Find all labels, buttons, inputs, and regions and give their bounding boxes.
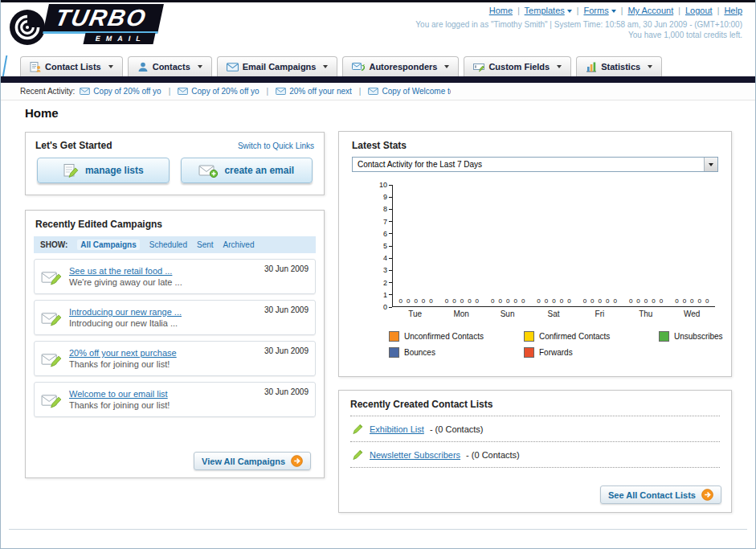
separator: |	[621, 6, 623, 15]
campaign-date: 30 Jun 2009	[264, 305, 309, 314]
contact-list-count: - (0 Contacts)	[430, 424, 484, 434]
recent-activity-item[interactable]: Copy of Welcome to	[368, 87, 451, 96]
bar-value-label: 0	[590, 297, 594, 305]
filter-sent[interactable]: Sent	[197, 240, 214, 249]
switch-quick-links-link[interactable]: Switch to Quick Links	[238, 141, 314, 150]
button-label: See All Contact Lists	[608, 490, 696, 500]
top-nav-templates[interactable]: Templates	[525, 6, 572, 15]
campaign-title-link[interactable]: See us at the retail food ...	[69, 266, 182, 276]
tab-email-campaigns[interactable]: Email Campaigns	[217, 56, 338, 76]
recent-activity-item[interactable]: Copy of 20% off yo	[178, 87, 259, 96]
get-started-buttons: manage lists create an email	[26, 151, 324, 190]
chart-plot-groups: 00000000000000000000000000000000000	[392, 185, 715, 307]
bar-value-label: 0	[476, 297, 479, 305]
button-label: create an email	[224, 165, 294, 176]
tab-label: Email Campaigns	[243, 62, 317, 72]
tab-statistics[interactable]: Statistics	[576, 56, 662, 76]
bar-value-label: 0	[491, 297, 494, 305]
contact-list-link[interactable]: Newsletter Subscribers	[370, 450, 460, 460]
campaign-item: See us at the retail food ... We're givi…	[34, 259, 316, 294]
y-tick-label: 8	[383, 206, 392, 212]
bar-value-label: 0	[513, 297, 517, 305]
x-axis-label: Thu	[623, 307, 668, 318]
bar-value-label: 0	[690, 297, 693, 305]
arrow-circle-icon	[701, 489, 713, 501]
campaign-item: 20% off your next purchase Thanks for jo…	[34, 341, 316, 376]
tab-autoresponders[interactable]: Autoresponders	[342, 56, 459, 76]
bar-value-label: 0	[644, 297, 648, 305]
app-window: TURBO EMAIL Home | Templates | Forms | M…	[0, 0, 756, 549]
contacts-icon	[137, 61, 149, 72]
show-label: SHOW:	[40, 240, 67, 249]
bar-group: 00000	[577, 185, 623, 306]
filter-scheduled[interactable]: Scheduled	[149, 240, 187, 249]
chevron-down-icon	[444, 65, 449, 68]
recent-activity-item[interactable]: Copy of 20% off yo	[80, 87, 161, 96]
tab-label: Autoresponders	[369, 62, 437, 72]
campaign-title-link[interactable]: 20% off your next purchase	[69, 348, 177, 358]
campaign-title-link[interactable]: Introducing our new range ...	[69, 307, 182, 317]
y-tick-label: 2	[383, 280, 392, 286]
separator: |	[267, 87, 269, 96]
separator: |	[717, 6, 720, 15]
legend-swatch	[389, 331, 399, 342]
legend-label: Unsubscribes	[674, 332, 723, 341]
contact-list-link[interactable]: Exhibition List	[370, 424, 424, 434]
campaign-subtitle: Thanks for joining our list!	[69, 400, 170, 410]
bar-value-label: 0	[460, 297, 464, 305]
top-nav-logout[interactable]: Logout	[685, 6, 713, 15]
top-nav-home[interactable]: Home	[489, 6, 513, 15]
bar-value-label: 0	[422, 297, 425, 305]
campaign-filter-bar: SHOW: All Campaigns Scheduled Sent Archi…	[34, 236, 316, 253]
logo-title: TURBO	[43, 4, 164, 34]
legend-swatch	[659, 331, 669, 342]
filter-archived[interactable]: Archived	[223, 240, 255, 249]
see-all-contact-lists-button[interactable]: See All Contact Lists	[600, 485, 721, 504]
chevron-down-icon	[198, 65, 202, 68]
legend-label: Confirmed Contacts	[539, 332, 610, 341]
y-tick-label: 0	[383, 304, 392, 310]
top-nav-help[interactable]: Help	[724, 6, 742, 15]
app-logo[interactable]: TURBO EMAIL	[9, 4, 161, 46]
recent-activity-text: Copy of 20% off yo	[191, 87, 259, 96]
create-email-button[interactable]: create an email	[181, 158, 313, 183]
envelope-icon	[178, 88, 188, 95]
bar-value-label: 0	[468, 297, 471, 305]
chart-legend: Unconfirmed ContactsConfirmed ContactsUn…	[389, 331, 731, 358]
nav-divider-bar	[1, 76, 755, 83]
recent-activity-label: Recent Activity:	[20, 87, 75, 96]
tab-custom-fields[interactable]: Custom Fields	[464, 56, 571, 76]
content-bottom-divider	[9, 529, 747, 530]
x-axis-label: Wed	[669, 307, 715, 318]
logo-text: TURBO EMAIL	[46, 4, 161, 44]
campaign-text: Introducing our new range ... Introducin…	[69, 307, 182, 328]
top-nav-label: Forms	[583, 6, 608, 15]
y-tick-label: 3	[383, 267, 392, 273]
y-tick-label: 9	[383, 194, 392, 200]
legend-item: Unconfirmed Contacts	[389, 331, 524, 342]
bar-value-label: 0	[606, 297, 609, 305]
filter-all-campaigns[interactable]: All Campaigns	[77, 240, 139, 250]
bar-value-label: 0	[567, 297, 570, 305]
campaign-title-link[interactable]: Welcome to our email list	[69, 389, 170, 399]
manage-lists-button[interactable]: manage lists	[37, 158, 170, 183]
top-nav-forms[interactable]: Forms	[583, 6, 615, 15]
recent-contact-lists-panel: Recently Created Contact Lists Exhibitio…	[338, 390, 732, 513]
create-email-icon	[198, 163, 218, 178]
bar-group: 00000	[485, 185, 531, 306]
chevron-down-icon	[611, 10, 616, 13]
chevron-down-icon	[709, 163, 713, 166]
tab-contact-lists[interactable]: Contact Lists	[20, 56, 123, 76]
recent-activity-item[interactable]: 20% off your next	[276, 87, 352, 96]
header-right: Home | Templates | Forms | My Account | …	[415, 6, 742, 39]
tab-contacts[interactable]: Contacts	[128, 56, 212, 76]
select-dropdown-button[interactable]	[704, 158, 717, 171]
y-tick-label: 6	[383, 231, 392, 237]
campaign-item: Welcome to our email list Thanks for joi…	[34, 382, 316, 417]
stats-period-select[interactable]: Contact Activity for the Last 7 Days	[352, 157, 718, 172]
header: TURBO EMAIL Home | Templates | Forms | M…	[1, 2, 755, 55]
top-nav-my-account[interactable]: My Account	[627, 6, 673, 15]
chevron-down-icon	[557, 65, 562, 68]
view-all-campaigns-button[interactable]: View All Campaigns	[194, 452, 311, 470]
panel-head: Let's Get Started Switch to Quick Links	[26, 133, 324, 151]
